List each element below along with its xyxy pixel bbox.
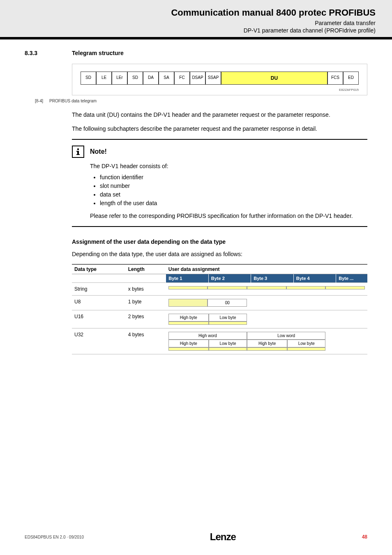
cell-datatype: U32 [72, 328, 126, 354]
section-heading: 8.3.3 Telegram structure [25, 50, 367, 56]
svg-point-0 [77, 148, 79, 150]
table-header-row: Data type Length User data assignment [72, 264, 367, 274]
assignment-table: Data type Length User data assignment By… [72, 264, 367, 354]
paragraph: The following subchapters describe the p… [72, 125, 367, 133]
byte-header-row: Byte 1 Byte 2 Byte 3 Byte 4 Byte ... [72, 274, 367, 282]
note-body: The DP-V1 header consists of: function i… [90, 162, 363, 220]
note-list: function identifier slot number data set… [100, 173, 363, 208]
info-icon [72, 146, 84, 158]
col-byte-more: Byte ... [336, 274, 367, 282]
cell-highbyte: High byte [168, 340, 209, 347]
caption-number: [8-4] [25, 99, 49, 103]
col-length: Length [126, 264, 166, 274]
header-sub1: Parameter data transfer [16, 20, 376, 26]
cell-length: 4 bytes [126, 328, 166, 354]
col-user-data: User data assignment [166, 264, 367, 274]
telegram-cell: FCS [327, 72, 343, 85]
list-item: length of the user data [100, 199, 363, 208]
cell-length: 1 byte [126, 295, 166, 310]
list-item: slot number [100, 182, 363, 190]
table-row: U16 2 bytes High byteLow byte [72, 310, 367, 328]
telegram-cell: LE [96, 72, 112, 85]
note-outro: Please refer to the corresponding PROFIB… [90, 212, 363, 220]
diagram-code: E82ZAFP015 [81, 88, 359, 92]
cell-length: 2 bytes [126, 310, 166, 328]
telegram-cell: FC [174, 72, 190, 85]
cell-datatype: U8 [72, 295, 126, 310]
cell-datatype: String [72, 282, 126, 295]
cell-lowbyte: Low byte [209, 340, 247, 347]
list-item: function identifier [100, 173, 363, 182]
telegram-diagram: SD LE LEr SD DA SA FC DSAP SSAP DU FCS E… [72, 64, 367, 95]
list-item: data set [100, 190, 363, 199]
telegram-cell: DA [143, 72, 159, 85]
col-byte4: Byte 4 [293, 274, 336, 282]
page-header: Communication manual 8400 protec PROFIBU… [0, 0, 392, 39]
footer-logo: Lenze [210, 531, 236, 543]
note-title: Note! [90, 148, 107, 155]
table-row: U32 4 bytes High wordLow word High byteL… [72, 328, 367, 354]
cell-highbyte: High byte [168, 314, 209, 321]
telegram-cell: SD [127, 72, 143, 85]
footer-doc-id: EDS84DPBUS EN 2.0 · 09/2010 [25, 535, 84, 539]
col-byte3: Byte 3 [251, 274, 293, 282]
cell-highbyte: High byte [247, 340, 287, 347]
section-number: 8.3.3 [25, 50, 72, 56]
note-header: Note! [72, 146, 363, 158]
cell-lowbyte: Low byte [287, 340, 325, 347]
cell-b2: 00 [208, 299, 247, 307]
section-title: Telegram structure [72, 50, 124, 56]
paragraph: Depending on the data type, the user dat… [72, 250, 367, 258]
telegram-cell: SSAP [205, 72, 221, 85]
cell-lowbyte: Low byte [209, 314, 247, 321]
col-byte1: Byte 1 [166, 274, 208, 282]
footer-page-number: 48 [362, 534, 367, 540]
header-sub2: DP-V1 parameter data channel (PROFIdrive… [16, 27, 376, 34]
telegram-cell: LEr [112, 72, 127, 85]
note-intro: The DP-V1 header consists of: [90, 162, 363, 171]
telegram-cell-du: DU [221, 72, 327, 85]
paragraph: The data unit (DU) contains the DP-V1 he… [72, 111, 367, 119]
telegram-cell: SA [159, 72, 174, 85]
cell-datatype: U16 [72, 310, 126, 328]
svg-rect-2 [76, 154, 80, 155]
telegram-cell: ED [343, 72, 359, 85]
telegram-row: SD LE LEr SD DA SA FC DSAP SSAP DU FCS E… [81, 72, 359, 85]
caption-text: PROFIBUS data telegram [49, 99, 97, 103]
col-byte2: Byte 2 [208, 274, 251, 282]
content-area: 8.3.3 Telegram structure SD LE LEr SD DA… [0, 39, 392, 354]
note-box: Note! The DP-V1 header consists of: func… [72, 139, 367, 227]
table-row: U8 1 byte 00 [72, 295, 367, 310]
figure-caption: [8-4] PROFIBUS data telegram [25, 99, 367, 103]
cell-lowword: Low word [247, 332, 325, 340]
telegram-cell: DSAP [190, 72, 205, 85]
page-footer: EDS84DPBUS EN 2.0 · 09/2010 Lenze 48 [0, 531, 392, 543]
cell-length: x bytes [126, 282, 166, 295]
header-title: Communication manual 8400 protec PROFIBU… [16, 7, 376, 18]
subheading: Assignment of the user data depending on… [72, 238, 367, 245]
telegram-cell: SD [81, 72, 96, 85]
table-row: String x bytes [72, 282, 367, 295]
col-data-type: Data type [72, 264, 126, 274]
cell-highword: High word [168, 332, 247, 340]
svg-rect-3 [76, 151, 78, 152]
